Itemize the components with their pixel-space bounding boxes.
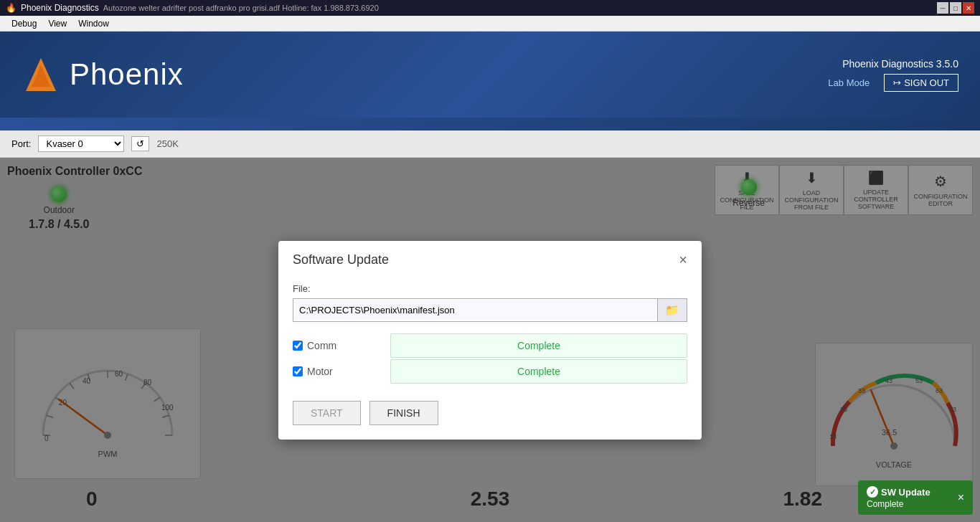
modal-buttons: START FINISH bbox=[293, 401, 687, 425]
file-browse-button[interactable]: 📁 bbox=[657, 299, 687, 321]
maximize-button[interactable]: □ bbox=[950, 2, 961, 14]
accent-bar bbox=[0, 118, 980, 130]
sign-out-label: SIGN OUT bbox=[904, 77, 949, 88]
port-select[interactable]: Kvaser 0 bbox=[38, 136, 124, 152]
title-bar-subtitle: Autozone welter adrifter post adfranko p… bbox=[103, 4, 379, 12]
refresh-button[interactable]: ↺ bbox=[131, 136, 149, 151]
menu-window[interactable]: Window bbox=[72, 16, 115, 32]
header-right: Phoenix Diagnostics 3.5.0 Lab Mode ↦ SIG… bbox=[828, 58, 958, 92]
comm-status: Complete bbox=[390, 333, 687, 358]
sign-out-icon: ↦ bbox=[893, 77, 901, 88]
file-label: File: bbox=[293, 283, 687, 294]
motor-status: Complete bbox=[390, 359, 687, 384]
sign-out-button[interactable]: ↦ SIGN OUT bbox=[884, 74, 958, 92]
menu-bar: Debug View Window bbox=[0, 16, 980, 32]
file-input-row: 📁 bbox=[293, 298, 687, 322]
menu-view[interactable]: View bbox=[42, 16, 72, 32]
comm-checkbox-group: Comm bbox=[293, 340, 379, 351]
title-bar-left: 🔥 Phoenix Diagnostics Autozone welter ad… bbox=[6, 3, 379, 13]
title-bar-app-name: Phoenix Diagnostics bbox=[21, 3, 99, 13]
modal-close-button[interactable]: × bbox=[679, 252, 687, 267]
sw-notification-close-button[interactable]: × bbox=[958, 491, 964, 504]
logo-text: Phoenix bbox=[70, 57, 184, 92]
header-controls: Lab Mode ↦ SIGN OUT bbox=[828, 74, 958, 92]
sw-update-notification: ✓ SW Update Complete × bbox=[858, 480, 973, 515]
title-bar-icon: 🔥 bbox=[6, 3, 17, 13]
update-items-list: Comm Complete Motor Complete bbox=[293, 333, 687, 384]
port-bar: Port: Kvaser 0 ↺ 250K bbox=[0, 130, 980, 158]
baud-rate: 250K bbox=[156, 138, 178, 149]
comm-checkbox[interactable] bbox=[293, 341, 303, 351]
logo-area: Phoenix bbox=[22, 55, 184, 95]
modal-header: Software Update × bbox=[278, 241, 702, 276]
modal-body: File: 📁 Comm Complete bbox=[278, 276, 702, 440]
comm-item-row: Comm Complete bbox=[293, 333, 687, 358]
sw-update-title: ✓ SW Update bbox=[867, 486, 930, 498]
sw-update-status-text: Complete bbox=[867, 499, 930, 509]
phoenix-logo-icon bbox=[22, 55, 61, 95]
comm-label: Comm bbox=[307, 340, 336, 351]
motor-label: Motor bbox=[307, 366, 333, 377]
file-path-input[interactable] bbox=[293, 300, 657, 320]
close-button[interactable]: ✕ bbox=[963, 2, 974, 14]
motor-checkbox[interactable] bbox=[293, 366, 303, 376]
port-label: Port: bbox=[11, 138, 31, 149]
software-update-dialog: Software Update × File: 📁 Co bbox=[278, 241, 702, 440]
menu-debug[interactable]: Debug bbox=[6, 16, 42, 32]
lab-mode-label: Lab Mode bbox=[828, 77, 870, 88]
finish-button[interactable]: FINISH bbox=[369, 401, 438, 425]
sw-update-content: ✓ SW Update Complete bbox=[867, 486, 930, 509]
sw-update-title-text: SW Update bbox=[881, 487, 930, 498]
sw-update-check-icon: ✓ bbox=[867, 486, 878, 498]
motor-item-row: Motor Complete bbox=[293, 359, 687, 384]
modal-title: Software Update bbox=[293, 252, 389, 267]
app-version: Phoenix Diagnostics 3.5.0 bbox=[828, 58, 958, 70]
title-bar-controls: ─ □ ✕ bbox=[937, 2, 974, 14]
main-content: Phoenix Controller 0xCC Outdoor 1.7.8 / … bbox=[0, 158, 980, 522]
motor-checkbox-group: Motor bbox=[293, 366, 379, 377]
minimize-button[interactable]: ─ bbox=[937, 2, 948, 14]
title-bar: 🔥 Phoenix Diagnostics Autozone welter ad… bbox=[0, 0, 980, 16]
modal-overlay: Software Update × File: 📁 Co bbox=[0, 158, 980, 522]
start-button[interactable]: START bbox=[293, 401, 361, 425]
app-header: Phoenix Phoenix Diagnostics 3.5.0 Lab Mo… bbox=[0, 32, 980, 118]
